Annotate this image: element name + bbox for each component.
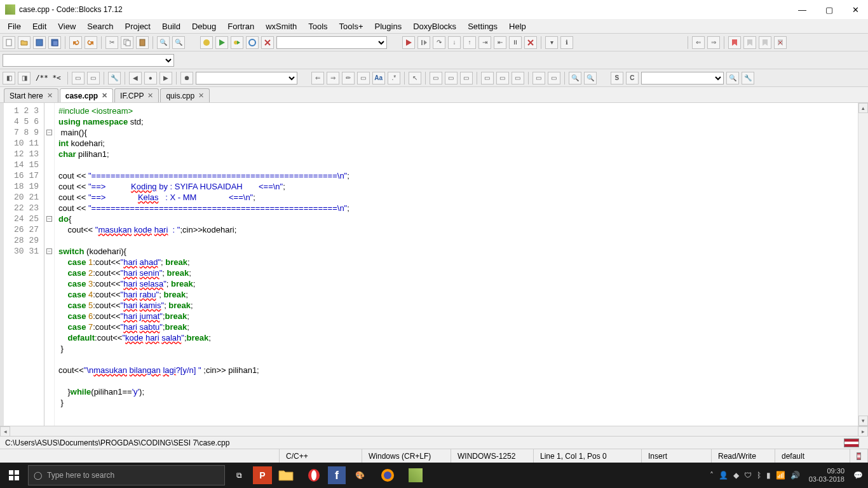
box5-icon[interactable]: ▭ bbox=[496, 72, 509, 85]
arrow-left-icon[interactable]: ⇐ bbox=[311, 72, 324, 85]
highlighter-icon[interactable]: ✏ bbox=[342, 72, 355, 85]
paint-icon[interactable]: 🎨 bbox=[346, 463, 374, 488]
tray-bluetooth-icon[interactable]: ᛒ bbox=[757, 471, 761, 480]
paste-icon[interactable] bbox=[136, 36, 149, 49]
code-editor[interactable]: 1 2 3 4 5 6 7 8 9 10 11 12 13 14 15 16 1… bbox=[0, 103, 868, 426]
arrow-right-icon[interactable]: ⇒ bbox=[327, 72, 339, 85]
new-file-icon[interactable] bbox=[3, 36, 15, 49]
bookmark-clear-icon[interactable] bbox=[774, 36, 787, 49]
debug-info-icon[interactable]: ℹ bbox=[560, 36, 573, 49]
nav-back-icon[interactable]: ⇐ bbox=[692, 36, 705, 49]
stop-debug-icon[interactable] bbox=[524, 36, 537, 49]
horizontal-scrollbar[interactable]: ◂ ▸ bbox=[0, 426, 868, 436]
menu-search[interactable]: Search bbox=[82, 20, 118, 32]
wifi-icon[interactable]: 📶 bbox=[776, 471, 785, 480]
doxy-block-icon[interactable]: ◧ bbox=[3, 72, 15, 85]
step-out-icon[interactable]: ↑ bbox=[463, 36, 476, 49]
s-button[interactable]: S bbox=[611, 72, 623, 85]
replace-icon[interactable]: 🔍 bbox=[172, 36, 185, 49]
menu-help[interactable]: Help bbox=[504, 20, 531, 32]
tray-app-icon[interactable]: ◆ bbox=[733, 471, 739, 480]
copy-icon[interactable] bbox=[121, 36, 133, 49]
notifications-icon[interactable]: 💬 bbox=[853, 471, 863, 480]
codeblocks-taskbar-icon[interactable] bbox=[402, 463, 430, 488]
build-target-combo[interactable] bbox=[276, 36, 387, 49]
close-icon[interactable]: ✕ bbox=[102, 92, 107, 100]
menu-plugins[interactable]: Plugins bbox=[370, 20, 407, 32]
close-icon[interactable]: ✕ bbox=[47, 92, 53, 100]
cut-icon[interactable]: ✂ bbox=[105, 36, 118, 49]
scroll-up-icon[interactable]: ▴ bbox=[858, 103, 868, 113]
menu-doxyblocks[interactable]: DoxyBlocks bbox=[408, 20, 461, 32]
menu-project[interactable]: Project bbox=[120, 20, 156, 32]
build-run-icon[interactable] bbox=[231, 36, 243, 49]
nav-fwd-icon[interactable]: ⇒ bbox=[707, 36, 720, 49]
maximize-button[interactable]: ▢ bbox=[822, 5, 837, 15]
open-file-icon[interactable] bbox=[18, 36, 31, 49]
firefox-icon[interactable] bbox=[374, 463, 402, 488]
close-icon[interactable]: ✕ bbox=[147, 92, 153, 100]
people-icon[interactable]: 👤 bbox=[719, 471, 728, 480]
select-word-icon[interactable]: ▭ bbox=[357, 72, 370, 85]
taskbar-clock[interactable]: 09:30 03-03-2018 bbox=[805, 467, 848, 484]
box6-icon[interactable]: ▭ bbox=[512, 72, 524, 85]
c-button[interactable]: C bbox=[626, 72, 639, 85]
tray-up-icon[interactable]: ˄ bbox=[710, 471, 714, 480]
match-case-icon[interactable]: Aa bbox=[372, 72, 385, 85]
menu-debug[interactable]: Debug bbox=[187, 20, 221, 32]
close-button[interactable]: ✕ bbox=[848, 5, 863, 15]
zoom-out-icon[interactable]: 🔍 bbox=[584, 72, 597, 85]
facebook-icon[interactable]: f bbox=[328, 466, 346, 484]
tab-start-here[interactable]: Start here✕ bbox=[4, 88, 58, 102]
step-over-icon[interactable]: ↷ bbox=[433, 36, 445, 49]
tab-quis-cpp[interactable]: quis.cpp✕ bbox=[160, 88, 210, 102]
debug-run-icon[interactable] bbox=[402, 36, 415, 49]
step-into-instr-icon[interactable]: ⇤ bbox=[494, 36, 506, 49]
nav-prev-icon[interactable]: ◀ bbox=[129, 72, 142, 85]
break-icon[interactable]: ⏸ bbox=[509, 36, 522, 49]
powerpoint-icon[interactable]: P bbox=[253, 466, 272, 484]
wrench2-icon[interactable]: 🔧 bbox=[742, 72, 754, 85]
step-into-icon[interactable]: ↓ bbox=[448, 36, 461, 49]
search-go-icon[interactable]: 🔍 bbox=[726, 72, 739, 85]
find-icon[interactable]: 🔍 bbox=[157, 36, 170, 49]
doxy-wrench-icon[interactable]: 🔧 bbox=[108, 72, 121, 85]
menu-toolsplus[interactable]: Tools+ bbox=[334, 20, 369, 32]
abort-icon[interactable] bbox=[261, 36, 274, 49]
doxy-line-icon[interactable]: ◨ bbox=[18, 72, 31, 85]
redo-icon[interactable] bbox=[85, 36, 97, 49]
minimize-button[interactable]: — bbox=[794, 5, 810, 15]
box8-icon[interactable]: ▭ bbox=[548, 72, 560, 85]
bookmark-prev-icon[interactable] bbox=[743, 36, 756, 49]
tab-case-cpp[interactable]: case.cpp✕ bbox=[60, 88, 113, 102]
tab-if-cpp[interactable]: IF.CPP✕ bbox=[114, 88, 159, 102]
box4-icon[interactable]: ▭ bbox=[481, 72, 494, 85]
box2-icon[interactable]: ▭ bbox=[445, 72, 458, 85]
box3-icon[interactable]: ▭ bbox=[460, 72, 473, 85]
save-icon[interactable] bbox=[33, 36, 46, 49]
taskview-icon[interactable]: ⧉ bbox=[225, 463, 253, 488]
run-icon[interactable] bbox=[215, 36, 228, 49]
menu-settings[interactable]: Settings bbox=[463, 20, 503, 32]
file-explorer-icon[interactable] bbox=[272, 463, 300, 488]
doxy-extract-icon[interactable]: ▭ bbox=[72, 72, 85, 85]
tray-battery-icon[interactable]: ▮ bbox=[766, 471, 771, 480]
menu-fortran[interactable]: Fortran bbox=[222, 20, 259, 32]
step-instr-icon[interactable]: ⇥ bbox=[478, 36, 491, 49]
record-macro-icon[interactable]: ⏺ bbox=[180, 72, 193, 85]
volume-icon[interactable]: 🔊 bbox=[790, 471, 800, 480]
cursor-icon[interactable]: ↖ bbox=[409, 72, 421, 85]
doxy-html-icon[interactable]: ▭ bbox=[87, 72, 100, 85]
start-button[interactable] bbox=[0, 463, 28, 488]
zoom-in-icon[interactable]: 🔍 bbox=[569, 72, 581, 85]
menu-wxsmith[interactable]: wxSmith bbox=[261, 20, 302, 32]
tray-shield-icon[interactable]: 🛡 bbox=[744, 471, 752, 480]
debug-windows-icon[interactable]: ▾ bbox=[545, 36, 558, 49]
cscope-combo[interactable] bbox=[641, 72, 724, 85]
rebuild-icon[interactable] bbox=[246, 36, 259, 49]
menu-tools[interactable]: Tools bbox=[303, 20, 332, 32]
menu-edit[interactable]: Edit bbox=[27, 20, 51, 32]
box1-icon[interactable]: ▭ bbox=[430, 72, 442, 85]
box7-icon[interactable]: ▭ bbox=[532, 72, 545, 85]
vertical-scrollbar[interactable]: ▴ ▾ bbox=[858, 103, 868, 426]
